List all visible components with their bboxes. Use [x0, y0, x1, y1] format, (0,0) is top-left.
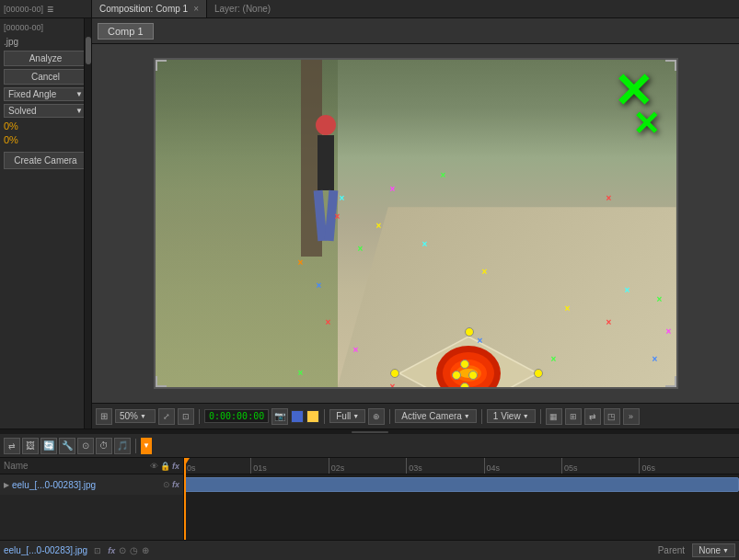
tl-layer-bar[interactable]	[184, 477, 739, 492]
status-icon-4[interactable]: ⊕	[142, 545, 149, 555]
solved-dropdown[interactable]: Solved ▼	[4, 104, 87, 118]
camera-snapshot-icon[interactable]: 📷	[271, 408, 288, 425]
track-marker-c1: ×	[340, 193, 345, 203]
angle-dropdown[interactable]: Fixed Angle ▼	[4, 87, 87, 101]
layer-tab-label: Layer: (None)	[214, 4, 271, 14]
tl-tool-1[interactable]: ⇄	[4, 438, 20, 454]
left-panel: [00000-00] .jpg Analyze Cancel Fixed Ang…	[0, 18, 92, 429]
active-camera-label: Active Camera	[401, 411, 462, 421]
zoom-dropdown[interactable]: 50% ▼	[115, 409, 156, 423]
angle-dropdown-arrow: ▼	[75, 90, 83, 98]
tl-name-header: Name 👁 🔒 fx	[0, 458, 183, 474]
zoom-arrow: ▼	[140, 413, 146, 419]
resize-icon1[interactable]: ⤢	[158, 408, 175, 425]
quality-dropdown[interactable]: Full ▼	[329, 409, 365, 423]
ruler-4: 04s	[484, 458, 561, 474]
tl-playhead-indicator: ▼	[141, 438, 152, 454]
status-icon-2[interactable]: ⊙	[119, 545, 126, 555]
camera-3d-icon[interactable]: ◳	[604, 408, 620, 425]
view-count-arrow: ▼	[523, 413, 529, 419]
comp-tab-button[interactable]: Comp 1	[98, 23, 154, 40]
extra-icon[interactable]: »	[623, 408, 640, 425]
resize-icon2[interactable]: ⊡	[178, 408, 194, 425]
composition-tab[interactable]: Composition: Comp 1 ×	[92, 0, 207, 17]
timeline-layer-row: ▶ eelu_[...0-00283].jpg ⊙ fx	[0, 474, 183, 495]
layer-icon-fx[interactable]: fx	[172, 480, 179, 489]
timecode-top: [00000-00]	[4, 5, 43, 14]
close-tab-icon[interactable]: ×	[193, 4, 199, 14]
track-marker-b1: ×	[317, 280, 322, 291]
viewport: ✕ ✕	[92, 44, 739, 403]
parent-dropdown-label: None	[699, 545, 721, 555]
track-marker-r4: ×	[390, 382, 396, 389]
zoom-value: 50%	[120, 411, 138, 421]
ruler-5: 05s	[561, 458, 639, 474]
layer-tab[interactable]: Layer: (None)	[207, 0, 278, 17]
left-panel-scrollbar[interactable]	[84, 18, 91, 429]
create-camera-button[interactable]: Create Camera	[4, 152, 87, 169]
tl-tool-5[interactable]: ⊙	[77, 438, 94, 454]
track-marker-o1: ×	[298, 257, 304, 268]
track-marker-y3: ×	[565, 303, 571, 314]
view-count-dropdown[interactable]: 1 View ▼	[487, 409, 536, 423]
playhead	[184, 458, 186, 540]
tl-tool-4[interactable]: 🔧	[59, 438, 75, 454]
composition-tab-label: Composition: Comp 1	[99, 4, 188, 14]
track-marker-r1: ×	[335, 211, 341, 222]
channel-icon[interactable]: ⊕	[368, 408, 385, 425]
layer-name[interactable]: eelu_[...0-00283].jpg	[12, 480, 96, 490]
tl-tool-6[interactable]: ⏱	[96, 438, 112, 454]
status-icon-fx[interactable]: fx	[108, 546, 115, 555]
tl-icon-eye[interactable]: 👁	[150, 462, 158, 471]
render-icon[interactable]: ⇄	[584, 408, 601, 425]
tl-tool-7[interactable]: 🎵	[114, 438, 131, 454]
tl-icon-fx[interactable]: fx	[172, 462, 179, 471]
view-count-label: 1 View	[493, 411, 521, 421]
timecode-field[interactable]: 0:00:00:00	[204, 409, 269, 423]
video-frame: ✕ ✕	[154, 58, 678, 389]
cancel-button[interactable]: Cancel	[4, 69, 87, 85]
layer-icon-solo[interactable]: ⊙	[163, 480, 170, 489]
tl-tool-2[interactable]: 🖼	[22, 438, 39, 454]
viewer-area: Comp 1	[92, 18, 739, 429]
left-panel-header: [00000-00] ≡	[0, 0, 92, 17]
timeline-section: ⇄ 🖼 🔄 🔧 ⊙ ⏱ 🎵 ▼ Name 👁 🔒 fx	[0, 434, 739, 540]
layout-icon1[interactable]: ▦	[546, 408, 562, 425]
analyze-button[interactable]: Analyze	[4, 51, 87, 66]
tl-icon-lock[interactable]: 🔒	[160, 462, 170, 471]
tl-tool-3[interactable]: 🔄	[40, 438, 57, 454]
timecode-display: [00000-00]	[4, 22, 87, 33]
track-marker-r5: ×	[606, 317, 612, 327]
status-icon-3[interactable]: ◷	[130, 545, 138, 555]
track-marker-y2: ×	[482, 267, 488, 277]
status-layer-name: eelu_[...0-00283].jpg	[4, 545, 87, 555]
active-camera-dropdown[interactable]: Active Camera ▼	[395, 409, 477, 423]
track-marker-c2: ×	[422, 239, 428, 249]
menu-icon[interactable]: ≡	[47, 3, 53, 16]
viewer-toolbar: ⊞ 50% ▼ ⤢ ⊡ 0:00:00:00 📷 Full ▼ ⊕	[92, 403, 739, 429]
track-marker-r6: ×	[606, 193, 612, 203]
tl-name-col: Name	[4, 461, 29, 471]
timeline-tracks: 0s 01s 02s 03s 04s 05s 06s	[184, 458, 739, 540]
grid-icon[interactable]: ⊞	[96, 408, 112, 425]
track-marker-c3: ×	[625, 285, 630, 295]
track-marker-r2: ×	[326, 317, 331, 327]
track-marker-m1: ×	[390, 184, 396, 194]
quality-arrow: ▼	[352, 413, 359, 419]
track-marker-m5: ×	[666, 326, 672, 337]
filename-display: .jpg	[4, 36, 87, 48]
track-marker-g1: ×	[358, 244, 364, 254]
track-marker-b4: ×	[652, 354, 658, 364]
layout-icon2[interactable]: ⊞	[565, 408, 582, 425]
layer-expand-icon[interactable]: ▶	[4, 481, 9, 489]
track-marker-c4: ×	[625, 386, 630, 389]
tl-track-area	[184, 474, 739, 495]
parent-dropdown[interactable]: None ▼	[692, 543, 735, 557]
percent1: 0%	[4, 120, 87, 131]
status-parent-label: Parent	[658, 545, 685, 555]
comp-tab-row: Comp 1	[92, 18, 739, 44]
status-icon-1[interactable]: ⊡	[91, 544, 104, 557]
track-marker-g5: ×	[551, 354, 557, 364]
timeline-names: Name 👁 🔒 fx ▶ eelu_[...0-00283].jpg ⊙ fx	[0, 458, 184, 540]
tl-header-icons: 👁 🔒 fx	[150, 462, 179, 471]
